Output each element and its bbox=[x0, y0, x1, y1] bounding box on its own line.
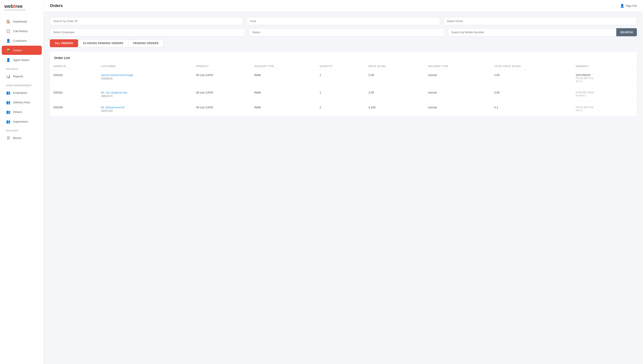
sidebar-label-delivery-area: Delivery Area bbox=[13, 101, 30, 104]
sidebar-item-blocks[interactable]: ☰ Blocks bbox=[2, 133, 42, 142]
order-id-input[interactable] bbox=[50, 17, 243, 25]
col-remarks: REMARKS bbox=[572, 63, 637, 70]
driver-select[interactable] bbox=[444, 17, 637, 25]
drivers-icon: 👥 bbox=[6, 110, 11, 114]
agent-status-icon: 👤 bbox=[6, 58, 11, 62]
cell-delivery-type: normal bbox=[425, 87, 491, 102]
tabs-row: ALL ORDERS 24 HOURS PENDING ORDERS PENDI… bbox=[50, 39, 637, 47]
top-header: Orders 👤 Sign Out bbox=[44, 0, 643, 12]
sidebar-item-supervisors[interactable]: 👥 Supervisors bbox=[2, 117, 42, 126]
sidebar-item-agent-status[interactable]: 👤 Agent Status bbox=[2, 55, 42, 64]
col-customer: CUSTOMER bbox=[98, 63, 193, 70]
sidebar-label-blocks: Blocks bbox=[13, 136, 22, 140]
col-request-type: REQUEST TYPE bbox=[251, 63, 316, 70]
cell-total-price: 4.1 bbox=[491, 102, 572, 117]
blocks-icon: ☰ bbox=[6, 136, 11, 140]
table-row[interactable]: 335332 Jassim Mohammed Naqe 35586055 40 … bbox=[50, 70, 637, 87]
cell-request-type: Refill bbox=[251, 87, 316, 102]
sidebar-item-dashboard[interactable]: 🏠 Dashboard bbox=[2, 17, 42, 26]
cell-remarks: SATURDAY Fla Bu Blo Roa Arc Li bbox=[572, 70, 637, 87]
cell-product: 40 Lbs CAPS bbox=[192, 70, 251, 87]
order-list-card: Order List ORDER ID CUSTOMER PRODUCT REQ… bbox=[50, 52, 637, 116]
orders-icon: 📦 bbox=[6, 48, 11, 52]
sidebar-label-customers: Customers bbox=[13, 39, 27, 42]
logo: webtree accelerating growth bbox=[0, 0, 44, 14]
supervisors-icon: 👥 bbox=[6, 119, 11, 124]
sidebar-item-delivery-area[interactable]: 👥 Delivery Area bbox=[2, 98, 42, 107]
col-product: PRODUCT bbox=[192, 63, 251, 70]
employees-icon: 👥 bbox=[6, 90, 11, 95]
cell-delivery-type: normal bbox=[425, 70, 491, 87]
cell-order-id: 335331 bbox=[50, 87, 98, 102]
tab-all-orders[interactable]: ALL ORDERS bbox=[50, 39, 78, 47]
filter-row-1 bbox=[50, 17, 637, 25]
cell-total-price: 2.05 bbox=[491, 70, 572, 87]
page-title: Orders bbox=[50, 4, 63, 8]
cell-request-type: Refill bbox=[251, 70, 316, 87]
cell-remarks: Fl Bui Blo Road N Area Li bbox=[572, 87, 637, 102]
logo-text: webtree bbox=[4, 4, 39, 9]
cell-price: 2.05 bbox=[365, 87, 425, 102]
cell-product: 40 Lbs CAPS bbox=[192, 102, 251, 117]
cell-price: 4.100 bbox=[365, 102, 425, 117]
tab-24h-pending[interactable]: 24 HOURS PENDING ORDERS bbox=[78, 39, 128, 47]
customers-icon: 👤 bbox=[6, 38, 11, 43]
section-user-management: USER MANAGEMENT bbox=[0, 81, 44, 88]
orders-tbody: 335332 Jassim Mohammed Naqe 35586055 40 … bbox=[50, 70, 637, 117]
cell-order-id: 335332 bbox=[50, 70, 98, 87]
sign-out-label: Sign Out bbox=[626, 4, 637, 8]
mobile-input[interactable] bbox=[448, 28, 616, 36]
sidebar-label-agent-status: Agent Status bbox=[13, 58, 29, 62]
sidebar-item-reports[interactable]: 📊 Reports bbox=[2, 72, 42, 81]
employee-select[interactable] bbox=[50, 28, 245, 36]
col-delivery-type: DELIVERY TYPE bbox=[425, 63, 491, 70]
filter-row-2: SEARCH bbox=[50, 28, 637, 36]
sidebar-item-call-history[interactable]: 📋 Call History bbox=[2, 26, 42, 36]
section-reports: REPORTS bbox=[0, 65, 44, 71]
sign-out-button[interactable]: 👤 Sign Out bbox=[620, 4, 637, 8]
section-masters: MASTERS bbox=[0, 126, 44, 133]
order-list-title: Order List bbox=[50, 56, 637, 63]
reports-icon: 📊 bbox=[6, 74, 11, 78]
table-header: ORDER ID CUSTOMER PRODUCT REQUEST TYPE Q… bbox=[50, 63, 637, 70]
sidebar: webtree accelerating growth 🏠 Dashboard … bbox=[0, 0, 44, 364]
table-row[interactable]: 335330 Mr..Mohammed Ali 39347333 40 Lbs … bbox=[50, 102, 637, 117]
col-total-price: TOTAL PRICE (IN BD) bbox=[491, 63, 572, 70]
col-order-id: ORDER ID bbox=[50, 63, 98, 70]
mobile-search-group: SEARCH bbox=[448, 28, 637, 36]
cell-product: 40 Lbs CAPS bbox=[192, 87, 251, 102]
cell-delivery-type: normal bbox=[425, 102, 491, 117]
cell-order-id: 335330 bbox=[50, 102, 98, 117]
area-input[interactable] bbox=[247, 17, 440, 25]
cell-remarks: Fla Bu Blo Roa Are Li bbox=[572, 102, 637, 117]
col-quantity: QUANTITY bbox=[316, 63, 365, 70]
sidebar-item-customers[interactable]: 👤 Customers bbox=[2, 36, 42, 45]
logo-sub: accelerating growth bbox=[4, 9, 39, 11]
cell-quantity: 1 bbox=[316, 87, 365, 102]
cell-request-type: Refill bbox=[251, 102, 316, 117]
delivery-area-icon: 👥 bbox=[6, 100, 11, 104]
search-button[interactable]: SEARCH bbox=[616, 28, 637, 36]
dashboard-icon: 🏠 bbox=[6, 19, 11, 24]
sidebar-label-drivers: Drivers bbox=[13, 110, 22, 114]
cell-quantity: 2 bbox=[316, 102, 365, 117]
sidebar-label-call-history: Call History bbox=[13, 30, 28, 33]
sidebar-item-orders[interactable]: 📦 Orders bbox=[2, 46, 42, 55]
sidebar-label-dashboard: Dashboard bbox=[13, 20, 27, 23]
status-input[interactable] bbox=[249, 28, 444, 36]
cell-customer: Mr..Aju Varghese Aju 38802476 bbox=[98, 87, 193, 102]
user-icon: 👤 bbox=[620, 4, 624, 8]
col-price: PRICE (IN BD) bbox=[365, 63, 425, 70]
sidebar-nav: 🏠 Dashboard 📋 Call History 👤 Customers 📦… bbox=[0, 14, 44, 364]
tab-pending-orders[interactable]: PENDING ORDERS bbox=[128, 39, 164, 47]
orders-table: ORDER ID CUSTOMER PRODUCT REQUEST TYPE Q… bbox=[50, 63, 637, 116]
cell-total-price: 2.05 bbox=[491, 87, 572, 102]
cell-customer: Jassim Mohammed Naqe 35586055 bbox=[98, 70, 193, 87]
sidebar-label-supervisors: Supervisors bbox=[13, 120, 28, 123]
main-area: Orders 👤 Sign Out SEARCH bbox=[44, 0, 643, 364]
sidebar-label-employees: Employees bbox=[13, 91, 27, 94]
sidebar-item-employees[interactable]: 👥 Employees bbox=[2, 88, 42, 97]
cell-customer: Mr..Mohammed Ali 39347333 bbox=[98, 102, 193, 117]
table-row[interactable]: 335331 Mr..Aju Varghese Aju 38802476 40 … bbox=[50, 87, 637, 102]
sidebar-item-drivers[interactable]: 👥 Drivers bbox=[2, 107, 42, 116]
